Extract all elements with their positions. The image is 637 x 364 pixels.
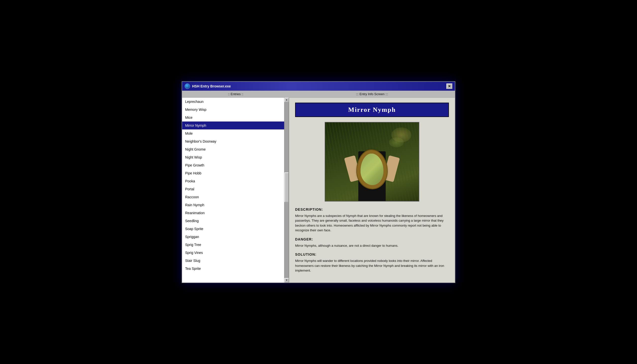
- list-item[interactable]: Tea Sprite: [182, 264, 284, 272]
- panels: LeprechaunMemory WispMiceMirror NymphMol…: [182, 98, 455, 282]
- title-bar-left: HSH Entry Browser.exe: [185, 84, 231, 89]
- scroll-up-button[interactable]: ▲: [284, 98, 289, 102]
- list-item[interactable]: Night Gnome: [182, 145, 284, 153]
- list-item[interactable]: Pooka: [182, 177, 284, 185]
- list-item[interactable]: Mice: [182, 114, 284, 122]
- list-item[interactable]: Pipe Growth: [182, 161, 284, 169]
- scrollbar[interactable]: ▲ ▼: [284, 98, 289, 282]
- list-item[interactable]: Memory Wisp: [182, 106, 284, 114]
- list-item[interactable]: Mole: [182, 130, 284, 138]
- scroll-down-button[interactable]: ▼: [284, 278, 289, 282]
- left-panel: LeprechaunMemory WispMiceMirror NymphMol…: [182, 98, 289, 282]
- list-item[interactable]: Seedling: [182, 217, 284, 225]
- entry-title: Mirror Nymph: [348, 106, 396, 113]
- window-title: HSH Entry Browser.exe: [192, 84, 231, 88]
- list-item[interactable]: Leprechaun: [182, 98, 284, 106]
- scroll-thumb[interactable]: [284, 172, 289, 202]
- title-bar: HSH Entry Browser.exe ✕: [182, 82, 455, 91]
- list-item[interactable]: Rain Nymph: [182, 201, 284, 209]
- entry-title-bar: Mirror Nymph: [295, 102, 449, 117]
- list-item[interactable]: Soap Sprite: [182, 225, 284, 233]
- danger-header: DANGER:: [295, 237, 449, 241]
- description-header: DESCRIPTION:: [295, 208, 449, 212]
- list-item[interactable]: Night Wisp: [182, 153, 284, 161]
- info-panel-header: ::: Entry Info Screen :::: [289, 92, 455, 96]
- entries-list[interactable]: LeprechaunMemory WispMiceMirror NymphMol…: [182, 98, 284, 282]
- list-item[interactable]: Sprig Tree: [182, 241, 284, 249]
- solution-header: SOLUTION:: [295, 252, 449, 256]
- entries-list-container: LeprechaunMemory WispMiceMirror NymphMol…: [182, 98, 284, 282]
- entry-image-container: [295, 122, 449, 202]
- danger-text: Mirror Nymphs, although a nuisance, are …: [295, 243, 449, 248]
- main-content: :: Entries :: ::: Entry Info Screen ::: …: [182, 91, 455, 282]
- app-icon: [185, 84, 190, 89]
- list-item[interactable]: Portal: [182, 185, 284, 193]
- list-item[interactable]: Stair Slug: [182, 257, 284, 264]
- close-button[interactable]: ✕: [446, 84, 452, 89]
- list-item[interactable]: Mirror Nymph: [182, 122, 284, 130]
- list-item[interactable]: Spriggan: [182, 233, 284, 241]
- list-item[interactable]: Raccoon: [182, 193, 284, 201]
- right-panel: Mirror Nymph: [289, 98, 455, 282]
- main-window: HSH Entry Browser.exe ✕ :: Entries :: ::…: [182, 81, 455, 283]
- scroll-track: [284, 102, 289, 278]
- description-text: Mirror Nymphs are a subspecies of Nymph …: [295, 214, 449, 233]
- list-item[interactable]: Reanimation: [182, 209, 284, 217]
- entries-panel-header: :: Entries ::: [182, 92, 289, 96]
- list-item[interactable]: Neighbor's Doorway: [182, 138, 284, 145]
- list-item[interactable]: Pipe Hobb: [182, 169, 284, 177]
- solution-text: Mirror Nymphs will wander to different l…: [295, 258, 449, 273]
- panel-headers: :: Entries :: ::: Entry Info Screen :::: [182, 91, 455, 98]
- entry-image: [325, 122, 419, 202]
- list-item[interactable]: Sprig Vines: [182, 249, 284, 257]
